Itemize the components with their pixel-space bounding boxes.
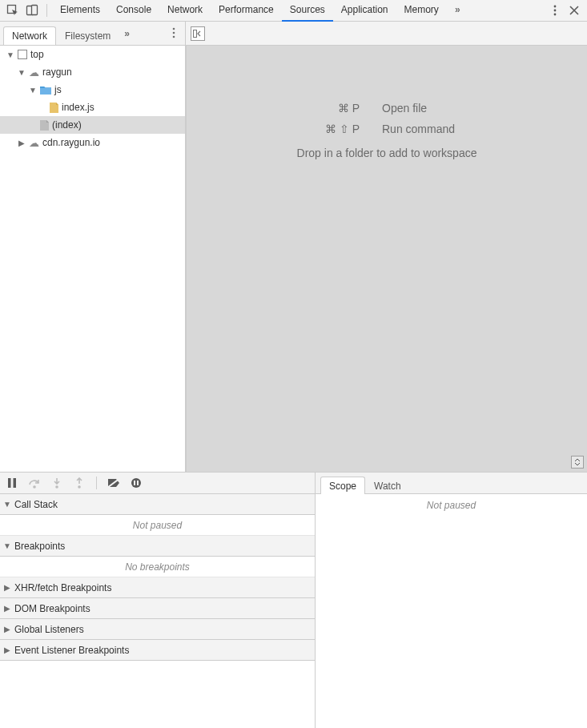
tree-label: raygun	[42, 66, 72, 78]
js-file-icon	[50, 103, 58, 113]
breakpoints-empty: No breakpoints	[0, 557, 315, 577]
tree-node-index[interactable]: (index)	[0, 116, 185, 134]
panel-global-listeners[interactable]: ▶ Global Listeners	[0, 619, 315, 640]
step-out-icon[interactable]	[72, 476, 86, 490]
svg-point-6	[173, 28, 175, 30]
tree-node-cdn[interactable]: ▶ ☁ cdn.raygun.io	[0, 134, 185, 151]
tab-watch[interactable]: Watch	[365, 477, 410, 494]
sources-body: ▼ top ▼ ☁ raygun ▼ js index.js (inde	[0, 46, 587, 472]
panel-title: XHR/fetch Breakpoints	[14, 582, 111, 593]
navigator-tab-filesystem[interactable]: Filesystem	[56, 26, 119, 45]
panel-breakpoints[interactable]: ▼ Breakpoints	[0, 536, 315, 557]
navigator-menu-icon[interactable]	[167, 26, 180, 39]
tab-network[interactable]: Network	[159, 0, 211, 22]
tree-node-js-folder[interactable]: ▼ js	[0, 81, 185, 99]
toggle-navigator-icon[interactable]	[191, 26, 205, 41]
tree-node-indexjs[interactable]: index.js	[0, 99, 185, 116]
svg-point-13	[55, 485, 58, 489]
panel-xhr-breakpoints[interactable]: ▶ XHR/fetch Breakpoints	[0, 577, 315, 598]
devtools-main-toolbar: Elements Console Network Performance Sou…	[0, 0, 587, 22]
debugger-panes: ▼ Call Stack Not paused ▼ Breakpoints No…	[0, 494, 587, 728]
svg-rect-1	[27, 6, 34, 15]
editor-area[interactable]: ⌘ P Open file ⌘ ⇧ P Run command Drop in …	[186, 46, 587, 472]
close-devtools-icon[interactable]	[568, 2, 581, 19]
panel-title: Call Stack	[14, 499, 58, 510]
svg-rect-9	[194, 30, 197, 37]
tab-elements[interactable]: Elements	[52, 0, 108, 22]
panel-title: Breakpoints	[14, 541, 65, 552]
svg-line-15	[107, 478, 120, 488]
blank-area	[0, 661, 315, 728]
disclosure-triangle-icon[interactable]: ▶	[3, 604, 11, 613]
device-toolbar-icon[interactable]	[22, 2, 42, 19]
tab-memory[interactable]: Memory	[396, 0, 447, 22]
tab-sources[interactable]: Sources	[282, 0, 333, 22]
disclosure-triangle-icon[interactable]: ▶	[18, 139, 26, 147]
scroll-corner-icon[interactable]	[571, 456, 584, 469]
scope-empty: Not paused	[316, 494, 587, 517]
navigator-tab-network[interactable]: Network	[3, 26, 56, 45]
shortcut-run-command-label: Run command	[382, 123, 510, 135]
svg-point-8	[173, 36, 175, 38]
tree-label: cdn.raygun.io	[42, 137, 100, 148]
tab-application[interactable]: Application	[333, 0, 396, 22]
shortcut-open-file: ⌘ P	[263, 102, 360, 115]
svg-point-3	[554, 6, 557, 8]
separator	[46, 4, 47, 17]
disclosure-triangle-icon[interactable]: ▼	[18, 68, 26, 77]
tabs-overflow-icon[interactable]: »	[447, 0, 468, 22]
pause-script-icon[interactable]	[5, 476, 19, 490]
svg-point-14	[78, 485, 81, 489]
call-stack-empty: Not paused	[0, 515, 315, 536]
kebab-menu-icon[interactable]	[549, 2, 561, 19]
panel-title: Global Listeners	[14, 624, 84, 635]
frame-icon	[18, 50, 27, 59]
cloud-icon: ☁	[29, 137, 39, 149]
shortcut-run-command: ⌘ ⇧ P	[263, 123, 360, 135]
debugger-left-panels: ▼ Call Stack Not paused ▼ Breakpoints No…	[0, 494, 316, 728]
panel-dom-breakpoints[interactable]: ▶ DOM Breakpoints	[0, 598, 315, 619]
svg-rect-10	[8, 478, 11, 488]
file-navigator[interactable]: ▼ top ▼ ☁ raygun ▼ js index.js (inde	[0, 46, 186, 472]
svg-point-16	[131, 478, 141, 488]
svg-point-12	[33, 485, 36, 489]
drop-folder-hint: Drop in a folder to add to workspace	[297, 147, 477, 159]
tree-label: (index)	[52, 119, 82, 131]
tree-node-raygun[interactable]: ▼ ☁ raygun	[0, 63, 185, 81]
step-over-icon[interactable]	[27, 476, 42, 490]
disclosure-triangle-icon[interactable]: ▶	[3, 646, 11, 654]
document-icon	[40, 120, 49, 131]
editor-header	[186, 22, 587, 45]
disclosure-triangle-icon[interactable]: ▼	[3, 541, 11, 550]
editor-placeholder: ⌘ P Open file ⌘ ⇧ P Run command Drop in …	[187, 102, 587, 159]
step-into-icon[interactable]	[50, 476, 64, 490]
svg-rect-11	[14, 478, 17, 488]
debugger-toolbar: Scope Watch	[0, 472, 587, 494]
tab-console[interactable]: Console	[108, 0, 159, 22]
shortcut-open-file-label: Open file	[382, 102, 510, 115]
svg-rect-0	[8, 6, 16, 14]
sources-subtoolbar: Network Filesystem »	[0, 22, 587, 46]
navigator-header: Network Filesystem »	[0, 22, 186, 45]
deactivate-breakpoints-icon[interactable]	[107, 476, 121, 490]
separator	[96, 477, 97, 489]
panel-call-stack[interactable]: ▼ Call Stack	[0, 494, 315, 515]
tab-scope[interactable]: Scope	[320, 477, 365, 494]
inspect-element-icon[interactable]	[3, 2, 22, 19]
disclosure-triangle-icon[interactable]: ▶	[3, 583, 11, 592]
panel-event-listener-breakpoints[interactable]: ▶ Event Listener Breakpoints	[0, 640, 315, 661]
svg-point-5	[554, 14, 557, 16]
disclosure-triangle-icon[interactable]: ▶	[3, 625, 11, 633]
folder-icon	[40, 86, 51, 95]
panel-title: Event Listener Breakpoints	[14, 645, 129, 656]
pause-on-exceptions-icon[interactable]	[129, 476, 143, 490]
panel-tabs: Elements Console Network Performance Sou…	[52, 0, 468, 22]
tree-node-top[interactable]: ▼ top	[0, 46, 185, 63]
tab-performance[interactable]: Performance	[211, 0, 282, 22]
disclosure-triangle-icon[interactable]: ▼	[29, 86, 37, 95]
tree-label: index.js	[62, 102, 94, 113]
disclosure-triangle-icon[interactable]: ▼	[6, 50, 14, 59]
navigator-tabs-overflow-icon[interactable]: »	[124, 28, 130, 39]
tree-label: js	[54, 84, 62, 95]
disclosure-triangle-icon[interactable]: ▼	[3, 500, 11, 509]
